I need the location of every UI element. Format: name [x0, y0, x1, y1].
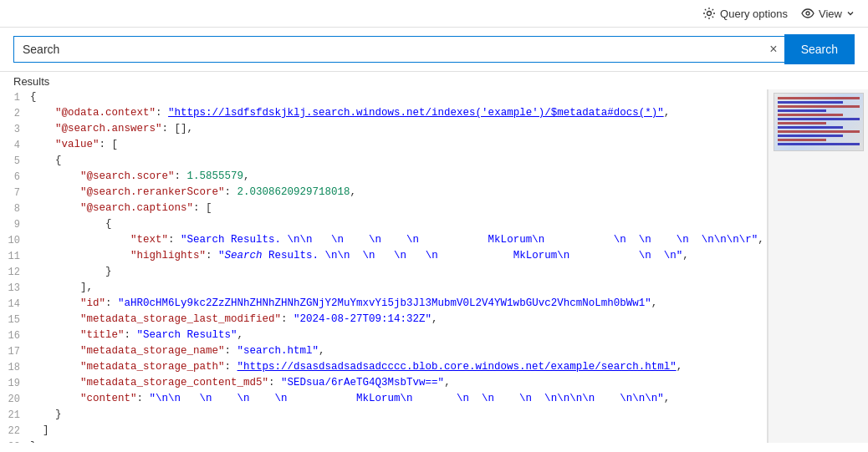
line-number: 21: [0, 407, 30, 423]
json-key: "metadata_storage_path": [80, 361, 225, 373]
line-number: 23: [0, 439, 30, 443]
line-number: 6: [0, 169, 30, 185]
search-bar: × Search: [0, 28, 868, 72]
json-line: 23}: [0, 439, 767, 443]
json-key: "metadata_storage_name": [80, 345, 225, 357]
line-content: "metadata_storage_name": "search.html",: [30, 343, 767, 359]
preview-thumbnail: [774, 93, 864, 151]
chevron-down-icon: [846, 9, 855, 18]
json-key: "@search.answers": [55, 123, 162, 135]
json-line: 4 "value": [: [0, 137, 767, 153]
json-number-value: 2.0308620929718018: [237, 186, 350, 198]
view-label: View: [819, 8, 842, 20]
json-url-value[interactable]: "https://dsasdsadsadsadcccc.blob.core.wi…: [237, 361, 677, 373]
top-bar: Query options View: [0, 0, 868, 28]
line-number: 14: [0, 296, 30, 312]
json-line: 22 ]: [0, 423, 767, 439]
json-key: "@odata.context": [55, 107, 156, 119]
json-key: "highlights": [130, 250, 206, 262]
search-input[interactable]: [14, 37, 763, 62]
json-line: 3 "@search.answers": [],: [0, 121, 767, 137]
json-lines: 1{2 "@odata.context": "https://lsdfsfdsk…: [0, 89, 767, 443]
view-icon: [801, 7, 814, 20]
view-action[interactable]: View: [801, 7, 855, 20]
results-label: Results: [0, 72, 868, 89]
json-key: "value": [55, 139, 100, 150]
line-content: "metadata_storage_path": "https://dsasds…: [30, 359, 767, 375]
line-content: ],: [30, 280, 767, 296]
line-number: 8: [0, 201, 30, 216]
json-key: "@search.score": [80, 170, 175, 182]
line-content: "@search.answers": [],: [30, 121, 767, 137]
line-number: 20: [0, 391, 30, 407]
line-content: "text": "Search Results. \n\n \n \n \n M…: [30, 232, 767, 248]
json-string-value: "Search Results. \n\n \n \n \n MkLorum\n…: [218, 250, 682, 262]
line-content: }: [30, 439, 767, 443]
line-content: "@search.captions": [: [30, 201, 767, 216]
json-key: "title": [80, 329, 125, 341]
line-number: 5: [0, 153, 30, 169]
line-number: 10: [0, 232, 30, 248]
close-icon: ×: [769, 42, 777, 56]
line-content: "metadata_storage_content_md5": "SEDsua/…: [30, 375, 767, 391]
search-button[interactable]: Search: [784, 34, 855, 64]
json-number-value: 1.5855579: [187, 170, 244, 182]
line-number: 7: [0, 185, 30, 201]
json-key: "id": [80, 297, 105, 309]
json-line: 20 "content": "\n\n \n \n \n MkLorum\n \…: [0, 391, 767, 407]
json-string-value: "Search Results": [137, 329, 237, 341]
line-number: 9: [0, 216, 30, 232]
line-content: }: [30, 407, 767, 423]
svg-point-1: [806, 12, 809, 15]
json-line: 2 "@odata.context": "https://lsdfsfdskjk…: [0, 105, 767, 121]
json-line: 8 "@search.captions": [: [0, 201, 767, 216]
json-string-value: "2024-08-27T09:14:32Z": [294, 313, 431, 325]
line-content: "highlights": "Search Results. \n\n \n \…: [30, 248, 767, 264]
json-line: 11 "highlights": "Search Results. \n\n \…: [0, 248, 767, 264]
json-string-value: "Search Results. \n\n \n \n \n MkLorum\n…: [181, 234, 758, 246]
json-line: 6 "@search.score": 1.5855579,: [0, 169, 767, 185]
json-key: "metadata_storage_last_modified": [80, 313, 281, 325]
line-content: "@odata.context": "https://lsdfsfdskjklj…: [30, 105, 767, 121]
line-number: 17: [0, 343, 30, 359]
query-options-label: Query options: [720, 8, 788, 20]
json-line: 13 ],: [0, 280, 767, 296]
line-content: "metadata_storage_last_modified": "2024-…: [30, 312, 767, 328]
json-line: 5 {: [0, 153, 767, 169]
line-content: "@search.rerankerScore": 2.0308620929718…: [30, 185, 767, 201]
line-content: {: [30, 153, 767, 169]
json-panel[interactable]: 1{2 "@odata.context": "https://lsdfsfdsk…: [0, 89, 768, 443]
json-string-value: "\n\n \n \n \n MkLorum\n \n \n \n \n\n\n…: [150, 393, 664, 404]
line-number: 2: [0, 105, 30, 121]
json-line: 15 "metadata_storage_last_modified": "20…: [0, 312, 767, 328]
main-content: 1{2 "@odata.context": "https://lsdfsfdsk…: [0, 89, 868, 443]
json-line: 17 "metadata_storage_name": "search.html…: [0, 343, 767, 359]
json-line: 10 "text": "Search Results. \n\n \n \n \…: [0, 232, 767, 248]
line-number: 11: [0, 248, 30, 264]
json-line: 12 }: [0, 264, 767, 280]
line-content: {: [30, 216, 767, 232]
line-content: ]: [30, 423, 767, 439]
line-number: 22: [0, 423, 30, 439]
line-number: 1: [0, 89, 30, 105]
json-string-value: "SEDsua/6rAeTG4Q3MsbTvw==": [281, 377, 444, 389]
search-input-wrapper: ×: [13, 36, 784, 63]
svg-point-0: [707, 12, 712, 16]
json-line: 9 {: [0, 216, 767, 232]
line-content: "@search.score": 1.5855579,: [30, 169, 767, 185]
clear-button[interactable]: ×: [763, 39, 784, 59]
json-line: 19 "metadata_storage_content_md5": "SEDs…: [0, 375, 767, 391]
line-number: 18: [0, 359, 30, 375]
line-content: }: [30, 264, 767, 280]
json-line: 18 "metadata_storage_path": "https://dsa…: [0, 359, 767, 375]
line-number: 16: [0, 328, 30, 343]
gear-icon: [702, 7, 716, 20]
line-content: "title": "Search Results",: [30, 328, 767, 343]
json-line: 16 "title": "Search Results",: [0, 328, 767, 343]
query-options-action[interactable]: Query options: [702, 7, 788, 20]
line-number: 15: [0, 312, 30, 328]
json-key: "metadata_storage_content_md5": [80, 377, 268, 389]
line-content: "content": "\n\n \n \n \n MkLorum\n \n \…: [30, 391, 767, 407]
json-line: 14 "id": "aHR0cHM6Ly9kc2ZzZHNhZHNhZHNhZG…: [0, 296, 767, 312]
json-url-value[interactable]: "https://lsdfsfdskjklj.search.windows.ne…: [168, 107, 664, 119]
